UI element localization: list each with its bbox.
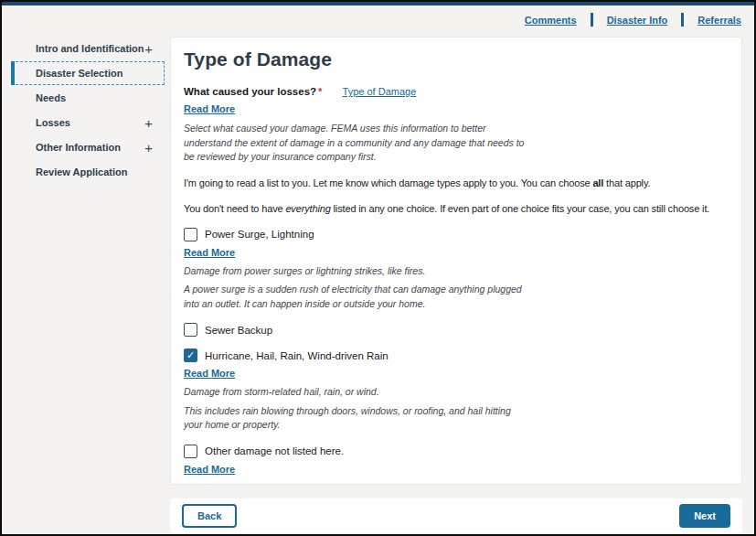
nav-separator [591,13,593,27]
form-card: Type of Damage What caused your losses?*… [170,37,742,485]
sidebar-item-label: Losses [36,117,70,128]
checkbox-row[interactable]: Other damage not listed here. [184,445,729,458]
checkbox-unchecked[interactable] [184,323,197,337]
sidebar-item-label: Disaster Selection [36,68,122,79]
question-help-text: Select what caused your damage. FEMA use… [184,122,729,165]
header-link-comments[interactable]: Comments [525,15,577,26]
help-line: your home or property. [184,418,729,433]
checkbox-unchecked[interactable] [184,445,197,458]
help-line: Damage from storm-related hail, rain, or… [184,385,729,400]
next-button[interactable]: Next [679,504,730,528]
help-line: Damage from power surges or lightning st… [184,264,729,279]
help-line: understand the extent of damage in a com… [184,136,729,151]
sidebar-item-needs[interactable]: Needs [11,86,165,110]
checkbox-row[interactable]: Power Surge, Lightning [184,228,729,241]
help-line: be reviewed by your insurance company fi… [184,150,729,165]
intro-paragraph-2: You don't need to have everything listed… [184,202,729,216]
checkbox-label: Hurricane, Hail, Rain, Wind-driven Rain [205,350,389,361]
damage-option-hurricane-hail-rain-wind-driven-rain: ✓Hurricane, Hail, Rain, Wind-driven Rain… [184,348,729,433]
checkbox-checked[interactable]: ✓ [184,348,197,362]
question-label: What caused your losses?* [184,86,323,97]
sidebar-item-disaster-selection[interactable]: Disaster Selection [11,61,165,85]
expand-plus-icon[interactable]: + [144,118,153,128]
intro-2-tail: listed in any one choice. If even part o… [331,203,710,214]
help-line: into an outlet. It can happen inside or … [184,297,729,312]
option-help-text: A power surge is a sudden rush of electr… [184,283,729,311]
sidebar-item-label: Review Application [36,166,127,177]
window-top-accent-bar [2,2,754,5]
checkbox-label: Power Surge, Lightning [205,229,314,240]
sidebar-item-label: Needs [36,92,66,103]
footer-bar: Back Next [170,498,742,533]
sidebar-item-review-application[interactable]: Review Application [11,160,165,184]
intro-1-bold: all [592,177,603,188]
question-label-text: What caused your losses? [184,86,316,97]
nav-separator [681,13,684,27]
intro-2-italic: everything [285,203,330,214]
header-link-disaster-info[interactable]: Disaster Info [607,15,668,26]
intro-2-text: You don't need to have [184,203,285,214]
read-more-link[interactable]: Read More [184,368,235,379]
damage-option-sewer-backup: Sewer Backup [184,323,729,337]
expand-plus-icon[interactable]: + [144,143,153,153]
question-row: What caused your losses?* Type of Damage [184,86,729,97]
intro-paragraph-1: I'm going to read a list to you. Let me … [184,177,729,190]
help-line: Select this type ONLY if damage was caus… [184,481,729,486]
type-of-damage-link[interactable]: Type of Damage [343,86,417,97]
help-line: This includes rain blowing through doors… [184,404,729,419]
damage-options-list: Power Surge, LightningRead MoreDamage fr… [184,228,729,486]
page-title: Type of Damage [184,48,729,70]
app-window: CommentsDisaster InfoReferrals Intro and… [0,0,756,536]
header-nav: CommentsDisaster InfoReferrals [525,13,741,27]
option-help-text: Select this type ONLY if damage was caus… [184,481,729,486]
intro-1-text: I'm going to read a list to you. Let me … [184,177,592,188]
checkbox-unchecked[interactable] [184,228,197,241]
sidebar-item-label: Other Information [36,142,121,153]
read-more-link[interactable]: Read More [184,247,235,258]
damage-option-power-surge-lightning: Power Surge, LightningRead MoreDamage fr… [184,228,729,312]
option-help-text: This includes rain blowing through doors… [184,404,729,433]
sidebar-item-intro-and-identification[interactable]: Intro and Identification+ [11,37,165,60]
sidebar-item-losses[interactable]: Losses+ [11,111,165,134]
intro-1-tail: that apply. [603,177,650,188]
sidebar-item-other-information[interactable]: Other Information+ [11,135,165,159]
required-asterisk: * [318,86,322,97]
option-help-text: Damage from power surges or lightning st… [184,264,729,279]
question-read-more-link[interactable]: Read More [184,103,235,114]
damage-option-other-damage-not-listed-here: Other damage not listed here.Read MoreSe… [184,445,729,486]
sidebar-nav: Intro and Identification+Disaster Select… [11,37,165,185]
sidebar-item-label: Intro and Identification [36,43,144,54]
header-link-referrals[interactable]: Referrals [697,15,741,26]
checkbox-label: Other damage not listed here. [205,445,344,456]
read-more-link[interactable]: Read More [184,464,235,475]
help-line: A power surge is a sudden rush of electr… [184,283,729,297]
expand-plus-icon[interactable]: + [144,44,153,54]
checkmark-icon: ✓ [186,350,195,360]
option-help-text: Damage from storm-related hail, rain, or… [184,385,729,400]
checkbox-row[interactable]: Sewer Backup [184,323,729,337]
checkbox-label: Sewer Backup [205,325,272,336]
back-button[interactable]: Back [182,504,237,528]
checkbox-row[interactable]: ✓Hurricane, Hail, Rain, Wind-driven Rain [184,348,729,362]
help-line: Select what caused your damage. FEMA use… [184,122,729,136]
